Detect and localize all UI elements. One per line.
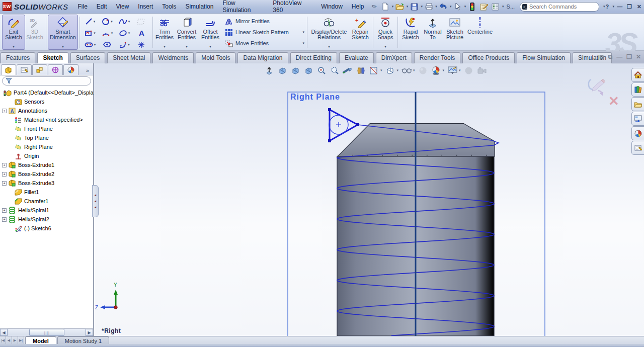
display-pane-icon[interactable] [369, 65, 379, 75]
spline-tool[interactable]: ▾ [116, 18, 133, 25]
sketch-triangle[interactable] [328, 108, 359, 142]
camera-icon[interactable] [477, 65, 487, 75]
close-button[interactable]: ✕ [634, 2, 644, 11]
tree-item-top-plane[interactable]: Top Plane [7, 133, 93, 142]
menu-view[interactable]: View [112, 1, 134, 12]
previous-view-icon[interactable] [343, 65, 353, 75]
doc-restore-icon[interactable]: ❐ [626, 53, 632, 60]
options-button[interactable] [491, 2, 501, 12]
tab-mold-tools[interactable]: Mold Tools [196, 52, 235, 63]
tree-item-boss-extrude3[interactable]: + Boss-Extrude3 [1, 179, 93, 188]
scroll-right-button[interactable]: ▶ [86, 329, 93, 336]
offset-caret[interactable]: ▾ [209, 45, 211, 49]
smart-dimension-caret[interactable]: ▾ [62, 45, 64, 49]
select-button[interactable] [452, 2, 463, 12]
view-setting-sphere-icon[interactable] [464, 65, 474, 75]
view-orientation-icon[interactable] [385, 65, 395, 75]
quick-snaps-button[interactable]: Quick Snaps ▾ [375, 15, 396, 50]
sketch-region-tool-disabled[interactable] [133, 18, 150, 25]
polygon-tool[interactable] [99, 41, 116, 48]
rebuild-button[interactable] [467, 2, 477, 12]
home-tab[interactable] [631, 68, 644, 82]
rectangle-caret[interactable]: ▾ [94, 31, 96, 35]
tree-item-origin[interactable]: Origin [7, 151, 93, 160]
tree-item-fillet1[interactable]: Fillet1 [7, 188, 93, 197]
tab-surfaces[interactable]: Surfaces [70, 52, 105, 63]
move-entities-caret[interactable]: ▾ [302, 41, 304, 45]
first-tab-button[interactable]: |◀ [0, 336, 6, 344]
fillet-caret[interactable]: ▾ [128, 43, 130, 47]
menu-file[interactable]: File [73, 1, 92, 12]
restore-button[interactable]: ❐ [624, 2, 634, 11]
search-commands-box[interactable]: >_ ▾ [520, 2, 599, 12]
expand-box[interactable]: + [2, 109, 7, 113]
fillet-tool[interactable]: ▾ [116, 41, 133, 48]
expand-box[interactable]: + [2, 172, 7, 177]
menu-edit[interactable]: Edit [92, 1, 112, 12]
slot-tool[interactable]: ▾ [82, 42, 99, 48]
scene-caret[interactable]: ▾ [459, 68, 461, 72]
tree-item-helix-spiral2[interactable]: + Helix/Spiral2 [1, 215, 93, 224]
circle-tool[interactable]: ▾ [99, 18, 116, 26]
zoom-fit-arrow-icon[interactable] [264, 65, 274, 75]
menu-simulation[interactable]: Simulation [181, 1, 218, 12]
configurationmanager-tab[interactable] [32, 64, 47, 75]
trim-entities-button[interactable]: Trim Entities ▾ [154, 15, 175, 50]
tree-item-sketch6[interactable]: (-) Sketch6 [7, 224, 93, 233]
ellipse-caret[interactable]: ▾ [128, 31, 130, 35]
tree-item-annotations[interactable]: + A Annotations [1, 106, 93, 115]
section-view-icon[interactable] [356, 65, 366, 75]
tab-render-tools[interactable]: Render Tools [414, 52, 461, 63]
tab-office-products[interactable]: Office Products [462, 52, 515, 63]
search-commands-input[interactable] [527, 4, 603, 10]
sketch-vertex-point[interactable] [328, 139, 331, 142]
custom-properties-tab[interactable] [631, 141, 644, 155]
tab-evaluate[interactable]: Evaluate [339, 52, 374, 63]
section-caret[interactable]: ▾ [380, 68, 382, 72]
menu-window[interactable]: Window [316, 1, 347, 12]
ellipse-tool[interactable]: ▾ [116, 30, 133, 37]
file-properties-button[interactable] [479, 2, 490, 12]
model-tab[interactable]: Model [25, 336, 56, 344]
new-document-button[interactable] [380, 2, 391, 12]
quick-snaps-caret[interactable]: ▾ [384, 45, 386, 49]
propertymanager-tab[interactable] [17, 64, 32, 75]
design-library-tab[interactable] [631, 97, 644, 111]
sketch-confirm-icon[interactable] [587, 76, 609, 99]
menu-help[interactable]: Help [347, 1, 369, 12]
featuremanager-tab[interactable] [1, 64, 16, 75]
arc-tool[interactable]: ▾ [99, 30, 116, 37]
tab-sheet-metal[interactable]: Sheet Metal [107, 52, 150, 63]
tree-item-sensors[interactable]: Sensors [7, 97, 93, 106]
tree-horizontal-scrollbar[interactable]: ◀ |||| ▶ [0, 328, 93, 336]
doc-minimize-icon[interactable]: — [616, 53, 622, 60]
save-caret[interactable]: ▾ [421, 5, 423, 9]
linear-sketch-pattern-button[interactable]: Linear Sketch Pattern ▾ [224, 27, 305, 38]
tab-sketch[interactable]: Sketch [37, 52, 68, 63]
view-cube-icon[interactable] [290, 65, 300, 75]
linear-pattern-caret[interactable]: ▾ [302, 30, 304, 34]
appearances-scenes-tab[interactable] [631, 126, 644, 140]
line-caret[interactable]: ▾ [94, 20, 96, 24]
tab-dimxpert[interactable]: DimXpert [376, 52, 412, 63]
convert-entities-button[interactable]: Convert Entities ▾ [175, 15, 199, 50]
undo-caret[interactable]: ▾ [450, 5, 452, 9]
3d-sketch-button[interactable]: 3D 3D Sketch [25, 15, 44, 50]
undo-button[interactable] [438, 2, 449, 12]
orientation-caret[interactable]: ▾ [397, 68, 399, 72]
prev-tab-button[interactable]: ◀ [6, 336, 12, 344]
doc-close-icon[interactable]: ✕ [636, 53, 641, 60]
exit-sketch-caret[interactable]: ▾ [13, 45, 15, 49]
tab-weldments[interactable]: Weldments [152, 52, 194, 63]
shadow-sphere-icon[interactable] [418, 65, 428, 75]
zoom-in-out-icon[interactable] [316, 65, 327, 75]
expand-box[interactable]: + [2, 217, 7, 222]
trim-caret[interactable]: ▾ [164, 45, 166, 49]
open-document-button[interactable] [394, 2, 405, 12]
panel-tabs-overflow[interactable]: » [86, 67, 93, 75]
repair-sketch-button[interactable]: + Repair Sketch [349, 15, 371, 50]
expand-box[interactable]: + [2, 163, 7, 167]
rectangle-tool[interactable]: ▾ [82, 30, 99, 37]
convert-caret[interactable]: ▾ [186, 45, 188, 49]
tab-flow-simulation[interactable]: Flow Simulation [517, 52, 571, 63]
